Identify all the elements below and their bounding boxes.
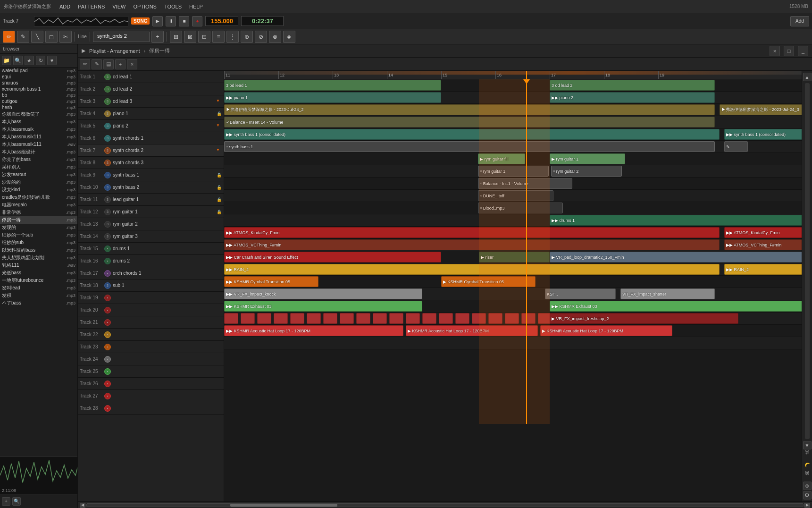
clip-20e[interactable] <box>290 313 304 324</box>
browser-item-27[interactable]: 乳格111.wav <box>0 262 77 269</box>
pause-btn[interactable]: ⏸ <box>166 16 176 26</box>
track-mute-1[interactable]: 3 <box>104 74 111 80</box>
scroll-track[interactable] <box>86 503 804 507</box>
track-row-10[interactable]: × DUNE_.toff <box>224 190 802 202</box>
clip-20f[interactable] <box>307 313 321 324</box>
pl-tool-pencil[interactable]: ✎ <box>92 59 102 69</box>
clip-6b[interactable]: ✎ <box>724 141 748 152</box>
clip-13b[interactable]: ▶▶ ATMOS_KindalCy_Fmin <box>724 227 802 238</box>
scroll-thumb[interactable] <box>230 504 338 507</box>
track-header-8[interactable]: Track 8 3 synth chords 3 <box>78 157 224 169</box>
clip-16b[interactable]: ▶▶ RAIN_2 <box>724 264 802 275</box>
track-mute-19[interactable]: • <box>104 295 111 301</box>
browser-icon-refresh[interactable]: ↻ <box>36 56 45 65</box>
track-header-4[interactable]: Track 4 3 piano 1 🔒 <box>78 108 224 120</box>
stop-btn[interactable]: ■ <box>179 16 189 26</box>
track-row-18[interactable]: ▶▶ VR_FX_impact_knock KSH.. VR_FX_impact… <box>224 288 802 300</box>
clip-20a[interactable] <box>224 313 238 324</box>
track-header-10[interactable]: Track 10 3 synth bass 2 🔒 <box>78 181 224 194</box>
clip-13a[interactable]: ▶▶ ATMOS_KindalCy_Fmin <box>224 227 720 238</box>
clip-20o[interactable] <box>455 313 469 324</box>
clip-20b[interactable] <box>241 313 255 324</box>
track-mute-24[interactable]: • <box>104 356 111 363</box>
track-row-16[interactable]: ▶▶ RAIN_2 ▶▶ RAIN_2 <box>224 263 802 276</box>
track-mute-16[interactable]: • <box>104 258 111 264</box>
clip-14a[interactable]: ▶▶ ATMOS_VCThing_F#min <box>224 239 720 250</box>
pl-tool-select[interactable]: ▤ <box>103 59 114 69</box>
tool-extra8[interactable]: ⊗ <box>269 31 281 43</box>
browser-icon-folder[interactable]: 📁 <box>2 56 11 65</box>
track-row-9[interactable]: × Balance - In..1 - Volume <box>224 178 802 190</box>
rp-scrollbar-bottom[interactable]: ▼ <box>803 441 812 449</box>
clip-19b[interactable]: ▶▶ KSHMR Exhaust 03 <box>550 301 802 312</box>
track-mute-2[interactable]: 3 <box>104 86 111 93</box>
tool-extra1[interactable]: ⊞ <box>170 31 182 43</box>
browser-item-16[interactable]: 沙发的的.mp3 <box>0 178 77 186</box>
track-header-23[interactable]: Track 23 • <box>78 341 224 353</box>
browser-item-9[interactable]: 本人bassmusik.mp3 <box>0 126 77 133</box>
browser-item-24[interactable]: 细妙的sub.mp3 <box>0 239 77 246</box>
track-mute-9[interactable]: 3 <box>104 172 111 178</box>
clip-20d[interactable] <box>274 313 288 324</box>
track-header-20[interactable]: Track 20 • <box>78 304 224 316</box>
rp-scrollbar-top[interactable]: ▲ <box>803 73 812 81</box>
clip-19a[interactable]: ▶▶ KSHMR Exhaust 03 <box>224 301 422 312</box>
browser-item-30[interactable]: 发叫lead.mp3 <box>0 284 77 292</box>
clip-16a[interactable]: ▶▶ RAIN_2 <box>224 264 720 275</box>
pl-add-track[interactable]: + <box>115 59 126 69</box>
browser-item-20[interactable]: 非常伊德.mp3 <box>0 209 77 216</box>
clip-18c[interactable]: VR_FX_impact_shatter <box>620 288 715 299</box>
tool-extra2[interactable]: ⊠ <box>184 31 196 43</box>
clip-8a[interactable]: × rym guitar 1 <box>478 166 549 177</box>
track-mute-21[interactable]: • <box>104 319 111 326</box>
clip-20n[interactable] <box>439 313 453 324</box>
clip-21a[interactable]: ▶▶ KSHMR Acoustic Hat Loop 17 - 120BPM <box>224 325 403 336</box>
track-header-15[interactable]: Track 15 • drums 1 <box>78 243 224 255</box>
record-btn[interactable]: ● <box>192 16 202 26</box>
clip-5a[interactable]: ▶▶ synth bass 1 (consolidated) <box>224 129 720 140</box>
tool-extra9[interactable]: ◈ <box>283 31 295 43</box>
clip-18b[interactable]: KSH.. <box>545 288 616 299</box>
tool-extra3[interactable]: ⊟ <box>198 31 210 43</box>
track-row-6[interactable]: × synth bass 1 ✎ <box>224 141 802 153</box>
clip-17a[interactable]: ▶▶ KSHMR Cymbal Transition 05 <box>224 276 318 287</box>
menu-options[interactable]: OPTIONS <box>130 3 159 10</box>
clip-9a[interactable]: × Balance - In..1 - Volume <box>478 178 572 189</box>
add-button[interactable]: Add <box>790 16 809 26</box>
track-header-6[interactable]: Track 6 3 synth chords 1 <box>78 132 224 144</box>
track-mute-4[interactable]: 3 <box>104 110 111 117</box>
track-header-22[interactable]: Track 22 • <box>78 329 224 341</box>
bpm-display[interactable]: 155.000 <box>205 16 238 26</box>
rp-smile-icon[interactable]: ☺ <box>803 482 812 490</box>
clip-20g[interactable] <box>323 313 337 324</box>
track-mute-5[interactable]: 3 <box>104 123 111 129</box>
bottom-scrollbar[interactable]: ◀ ▶ <box>78 501 812 508</box>
clip-12a[interactable]: ▶▶ drums 1 <box>550 215 802 226</box>
track-header-26[interactable]: Track 26 • <box>78 378 224 390</box>
clip-15c[interactable]: ▶ VR_pad_loop_dramatic2_150_Fmin <box>550 252 802 262</box>
tool-extra5[interactable]: ⋮ <box>226 31 239 43</box>
track-mute-23[interactable]: • <box>104 344 111 350</box>
playlist-minimize-btn[interactable]: _ <box>798 46 808 56</box>
clip-10a[interactable]: × DUNE_.toff <box>478 190 553 201</box>
track-row-21[interactable]: ▶▶ KSHMR Acoustic Hat Loop 17 - 120BPM ▶… <box>224 325 802 337</box>
track-mute-8[interactable]: 3 <box>104 160 111 166</box>
browser-item-6[interactable]: hesh.mp3 <box>0 104 77 110</box>
clip-15b[interactable]: ▶ riser <box>479 252 550 262</box>
browser-item-28[interactable]: 光低bass.mp3 <box>0 269 77 277</box>
browser-item-18[interactable]: cradles是你妈妈的儿歌.mp3 <box>0 194 77 201</box>
browser-item-4[interactable]: bb.mp3 <box>0 92 77 98</box>
track-mute-22[interactable]: • <box>104 331 111 338</box>
track-header-12[interactable]: Track 12 3 rym guitar 1 🔒 <box>78 206 224 218</box>
tool-select[interactable]: ✏ <box>3 31 15 43</box>
clip-1b[interactable]: 3 od lead 2 <box>550 80 715 91</box>
track-row-15[interactable]: ▶▶ Car Crash and Siren Sound Effect ▶ ri… <box>224 251 802 263</box>
browser-item-3[interactable]: xenomorph bass 1.mp3 <box>0 86 77 92</box>
track-row-20[interactable]: ▶ VR_FX_impact_freshclap_2 <box>224 313 802 325</box>
browser-item-8[interactable]: 本人bass.mp3 <box>0 118 77 126</box>
clip-4a[interactable]: ✓Balance - Insert 14 - Volume <box>224 117 715 127</box>
clip-1a[interactable]: 3 od lead 1 <box>224 80 441 91</box>
clip-20l[interactable] <box>406 313 420 324</box>
track-mute-25[interactable]: • <box>104 368 111 375</box>
browser-item-12[interactable]: 本人bass组设计.mp3 <box>0 148 77 156</box>
